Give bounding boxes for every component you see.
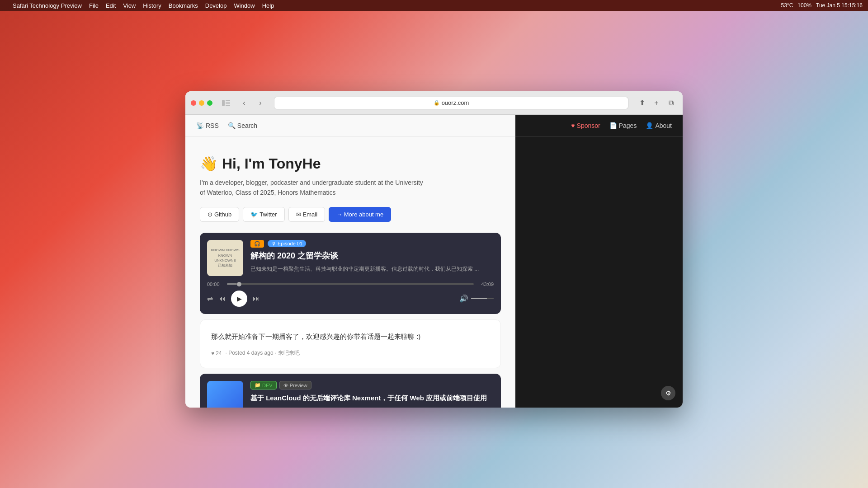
hero-subtitle: I'm a developer, blogger, podcaster and … [200,178,426,198]
twitter-icon: 🐦 [250,211,258,218]
settings-icon: ⚙ [665,389,671,397]
twitter-button[interactable]: 🐦 Twitter [243,207,284,222]
site-nav: 📡 RSS 🔍 Search [185,115,515,137]
controls-row: ⇌ ⏮ ▶ ⏭ 🔊 [207,291,494,307]
traffic-lights [191,100,212,106]
podcast-badges: 🎧 🎙 Episode 01 [250,240,494,248]
play-button[interactable]: ▶ [231,291,247,307]
forward-skip-button[interactable]: ⏭ [253,295,260,303]
cards-area: KNOWN KNOWSKNOWN UNKNOWNS已知未知 🎧 🎙 Episod… [185,233,515,408]
email-button[interactable]: ✉ Email [288,207,326,222]
dev-badges: 📁 DEV 👁 Preview [250,381,494,389]
volume-icon: 🔊 [459,294,468,303]
menubar-file[interactable]: File [89,2,99,9]
mic-icon: 🎙 [271,241,276,246]
volume-bar[interactable] [471,298,494,299]
svg-rect-0 [222,100,225,106]
dev-cover-art: Nex [207,381,243,408]
share-button[interactable]: ⬆ [636,97,648,109]
sponsor-link[interactable]: ♥ Sponsor [571,122,600,129]
right-panel: ♥ Sponsor 📄 Pages 👤 About ⚙ [515,115,683,408]
menubar-app-name[interactable]: Safari Technology Preview [13,2,82,9]
search-icon: 🔍 [228,122,236,129]
battery-display: 100% [797,2,811,9]
progress-row: 00:00 43:09 [207,282,494,287]
more-about-button[interactable]: → More about me [329,207,391,222]
menubar-right: 53°C 100% Tue Jan 5 15:15:16 [781,2,863,9]
dark-nav: ♥ Sponsor 📄 Pages 👤 About [515,115,683,137]
menubar-bookmarks[interactable]: Bookmarks [169,2,198,9]
browser-window: ‹ › 🔒 ouorz.com ⬆ + ⧉ 📡 RSS [185,91,683,408]
lock-icon: 🔒 [434,100,440,106]
url-bar[interactable]: 🔒 ouorz.com [274,97,628,109]
pages-link[interactable]: 📄 Pages [609,122,637,129]
menubar-help[interactable]: Help [262,2,274,9]
email-icon: ✉ [296,211,301,218]
heart-icon: ♥ [571,122,575,129]
progress-fill [227,283,237,285]
menubar-window[interactable]: Window [234,2,255,9]
podcast-desc: 已知未知是一档聚焦生活、科技与职业的非定期更新播客。信息过载的时代，我们从已知探… [250,265,494,273]
menubar-edit[interactable]: Edit [106,2,116,9]
url-text: ouorz.com [442,99,469,106]
github-icon: ⊙ [208,211,212,218]
dev-card: Nex 📁 DEV 👁 Preview [200,374,501,408]
volume-fill [471,298,487,299]
eye-icon: 👁 [283,383,288,388]
new-tab-button[interactable]: + [650,97,663,109]
dev-meta: 📁 DEV 👁 Preview 基于 LeanCloud 的无后端评论库 Nex… [250,381,494,408]
fullscreen-button[interactable] [207,100,212,106]
shuffle-button[interactable]: ⇌ [207,294,213,303]
podcast-player: 00:00 43:09 ⇌ ⏮ ▶ [200,276,501,314]
sidebar-toggle-button[interactable] [220,99,232,108]
github-button[interactable]: ⊙ Github [200,207,239,222]
minimize-button[interactable] [199,100,204,106]
time-start: 00:00 [207,282,223,287]
progress-bar[interactable] [227,283,474,285]
tabs-overview-button[interactable]: ⧉ [665,97,677,109]
post-meta: ♥ 24 · Posted 4 days ago · 来吧来吧 [211,349,490,357]
about-icon: 👤 [646,122,653,129]
desktop: ‹ › 🔒 ouorz.com ⬆ + ⧉ 📡 RSS [0,11,868,488]
podcast-header: KNOWN KNOWSKNOWN UNKNOWNS已知未知 🎧 🎙 Episod… [200,233,501,276]
post-card: 那么就开始准备下一期播客了，欢迎感兴趣的你带着话题一起来聊聊 :) ♥ 24 ·… [200,319,501,369]
datetime-display: Tue Jan 5 15:15:16 [816,2,863,9]
menubar-develop[interactable]: Develop [205,2,227,9]
menubar: Safari Technology Preview File Edit View… [0,0,868,11]
browser-actions: ⬆ + ⧉ [636,97,677,109]
hero-buttons: ⊙ Github 🐦 Twitter ✉ Email → More abo [200,207,501,222]
rss-icon: 📡 [196,122,204,129]
temperature-display: 53°C [781,2,793,9]
time-end: 43:09 [477,282,494,287]
volume-control: 🔊 [459,294,494,303]
menubar-history[interactable]: History [143,2,161,9]
code-icon: 📁 [255,382,261,388]
browser-chrome: ‹ › 🔒 ouorz.com ⬆ + ⧉ [185,91,683,115]
hero-section: 👋 Hi, I'm TonyHe I'm a developer, blogge… [185,137,515,233]
search-link[interactable]: 🔍 Search [228,122,257,129]
forward-button[interactable]: › [254,97,267,109]
podcast-meta: 🎧 🎙 Episode 01 解构的 2020 之留学杂谈 已知未知是一档聚焦生… [250,240,494,276]
podcast-icon-badge: 🎧 [250,240,264,248]
podcast-cover-art: KNOWN KNOWSKNOWN UNKNOWNS已知未知 [207,240,243,276]
pages-icon: 📄 [609,122,617,129]
podcast-card: KNOWN KNOWSKNOWN UNKNOWNS已知未知 🎧 🎙 Episod… [200,233,501,314]
dev-badge: 📁 DEV [250,381,277,389]
svg-rect-1 [226,100,230,101]
settings-button[interactable]: ⚙ [661,386,675,400]
menubar-left: Safari Technology Preview File Edit View… [5,2,274,9]
left-panel: 📡 RSS 🔍 Search 👋 Hi, I'm TonyHe I'm a de… [185,115,515,408]
heart-icon: ♥ [211,350,214,357]
progress-thumb [237,282,241,286]
svg-rect-3 [226,105,230,106]
back-button[interactable]: ‹ [238,97,250,109]
like-count[interactable]: ♥ 24 [211,350,222,357]
menubar-view[interactable]: View [123,2,136,9]
browser-content: 📡 RSS 🔍 Search 👋 Hi, I'm TonyHe I'm a de… [185,115,683,408]
post-meta-text: · Posted 4 days ago · 来吧来吧 [225,349,299,357]
close-button[interactable] [191,100,196,106]
dev-title: 基于 LeanCloud 的无后端评论库 Nexment，于任何 Web 应用或… [250,393,494,404]
rss-link[interactable]: 📡 RSS [196,122,219,129]
about-link[interactable]: 👤 About [646,122,672,129]
rewind-button[interactable]: ⏮ [218,295,226,303]
